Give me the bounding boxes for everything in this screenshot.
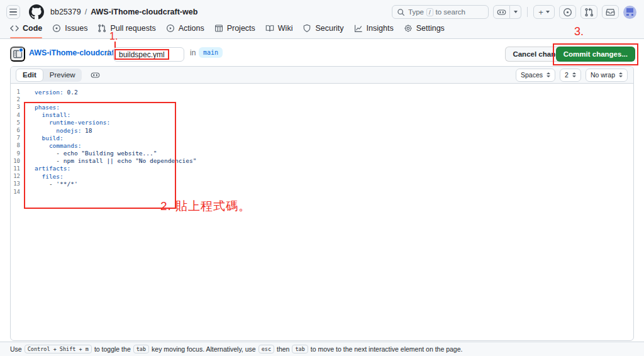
line-number: 5 [11, 120, 20, 126]
inbox-button[interactable] [602, 5, 619, 19]
graph-icon [354, 24, 363, 33]
header-divider [527, 7, 528, 17]
issues-button[interactable] [559, 5, 576, 19]
hamburger-menu-button[interactable] [6, 5, 20, 19]
tab-label: Security [315, 24, 343, 33]
kbd-shortcut: Control + Shift + m [25, 345, 92, 353]
git-pull-request-icon [97, 24, 106, 33]
code-line[interactable]: 9 - echo "Building website..." [11, 150, 633, 157]
breadcrumb-owner[interactable]: bb25379 [50, 8, 81, 16]
edit-preview-toggle: Edit Preview [16, 69, 82, 82]
line-text: build: [20, 135, 64, 142]
line-number: 4 [11, 112, 20, 118]
tab-label: Code [23, 24, 42, 33]
create-new-button[interactable]: + [533, 5, 555, 19]
code-line[interactable]: 10 - npm install || echo "No dependencie… [11, 157, 633, 165]
issue-opened-icon [563, 8, 572, 17]
code-line[interactable]: 4 install: [11, 111, 633, 119]
line-number: 13 [11, 181, 20, 187]
wrap-mode-select[interactable]: No wrap [586, 69, 628, 82]
select-label: No wrap [591, 71, 615, 79]
line-text: commands: [20, 142, 81, 149]
file-tree-toggle-button[interactable] [10, 47, 25, 62]
commit-changes-button[interactable]: Commit changes... [556, 47, 635, 62]
code-icon [10, 24, 19, 33]
book-icon [265, 24, 274, 33]
line-number: 1 [11, 89, 20, 95]
code-line[interactable]: 6 nodejs: 18 [11, 126, 633, 134]
line-text: - npm install || echo "No dependencies" [20, 157, 196, 164]
slash-key-hint: / [426, 8, 433, 16]
line-number: 8 [11, 142, 20, 148]
code-line[interactable]: 2 [11, 96, 633, 103]
line-text: nodejs: 18 [20, 127, 92, 134]
branch-badge[interactable]: main [199, 47, 223, 58]
line-number: 11 [11, 165, 20, 172]
updown-icon [572, 72, 576, 77]
tab-edit[interactable]: Edit [16, 69, 43, 82]
tab-code[interactable]: Code [5, 19, 47, 38]
chevron-down-icon [514, 11, 518, 13]
repo-nav: Code Issues Pull requests Actions Projec… [5, 19, 450, 38]
shield-icon [303, 24, 311, 33]
tab-preview[interactable]: Preview [43, 69, 82, 82]
avatar[interactable] [623, 6, 636, 19]
search-input[interactable]: Type / to search [392, 5, 489, 19]
file-bar: AWS-iThome-cloudcraft-web / in main Canc… [0, 44, 644, 64]
line-number: 10 [11, 158, 20, 164]
git-pull-request-icon [584, 8, 594, 17]
line-text: phases: [20, 104, 60, 111]
indent-size-select[interactable]: 2 [560, 69, 581, 82]
tab-security[interactable]: Security [297, 19, 348, 38]
tab-label: Pull requests [110, 24, 155, 33]
updown-icon [547, 72, 550, 77]
tab-wiki[interactable]: Wiki [260, 19, 298, 38]
filename-input[interactable] [113, 47, 184, 62]
indent-mode-select[interactable]: Spaces [516, 69, 555, 82]
code-line[interactable]: 5 runtime-versions: [11, 119, 633, 126]
line-text: version: 0.2 [20, 89, 78, 96]
code-line[interactable]: 8 commands: [11, 142, 633, 149]
tab-label: Insights [367, 24, 394, 33]
breadcrumb-repo[interactable]: AWS-iThome-cloudcraft-web [91, 8, 197, 16]
table-icon [214, 24, 223, 33]
code-line[interactable]: 13 - '**/*' [11, 180, 633, 187]
tab-pull-requests[interactable]: Pull requests [92, 19, 160, 38]
code-line[interactable]: 1version: 0.2 [11, 88, 633, 96]
code-editor-area[interactable]: 1version: 0.223phases:4 install:5 runtim… [11, 84, 633, 196]
annotation-leader-line [114, 42, 116, 48]
code-line[interactable]: 7 build: [11, 134, 633, 142]
line-number: 2 [11, 96, 20, 103]
copilot-dropdown-button[interactable] [510, 5, 521, 19]
github-logo-icon[interactable] [29, 4, 44, 19]
code-line[interactable]: 14 [11, 187, 633, 195]
code-line[interactable]: 12 files: [11, 172, 633, 180]
tab-actions[interactable]: Actions [161, 19, 209, 38]
line-text: install: [20, 111, 70, 118]
tab-projects[interactable]: Projects [209, 19, 260, 38]
line-text: artifacts: [20, 165, 70, 172]
unsaved-changes-dot [19, 48, 23, 52]
line-text: - '**/*' [20, 181, 78, 187]
kbd-shortcut: tab [292, 345, 308, 353]
issue-opened-icon [52, 24, 61, 33]
code-line[interactable]: 11artifacts: [11, 165, 633, 172]
play-icon [166, 24, 175, 33]
code-line[interactable]: 3phases: [11, 103, 633, 111]
plus-icon: + [538, 8, 543, 17]
footer-text: then [277, 345, 289, 353]
tab-issues[interactable]: Issues [47, 19, 92, 38]
pull-requests-button[interactable] [580, 5, 597, 19]
tab-label: Actions [179, 24, 204, 33]
chevron-down-icon [546, 11, 550, 13]
editor-toolbar: Edit Preview Spaces 2 No wrap [11, 67, 633, 84]
line-text: runtime-versions: [20, 119, 110, 126]
footer-text: to toggle the [94, 345, 131, 353]
breadcrumb: bb25379 / AWS-iThome-cloudcraft-web [50, 8, 197, 16]
line-text: files: [20, 173, 64, 180]
tab-settings[interactable]: Settings [399, 19, 450, 38]
line-number: 7 [11, 135, 20, 141]
tab-insights[interactable]: Insights [349, 19, 399, 38]
copilot-icon[interactable] [91, 70, 100, 80]
copilot-button[interactable] [493, 5, 510, 19]
